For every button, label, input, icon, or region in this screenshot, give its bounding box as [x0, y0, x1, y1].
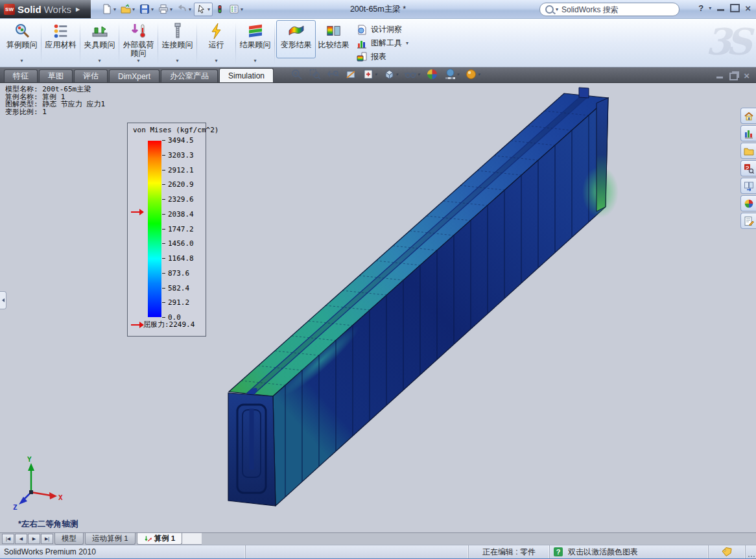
options-button[interactable]: ▾ — [227, 3, 245, 16]
ribbon-button-run[interactable]: 运行 ▾ — [198, 20, 234, 64]
search-icon — [545, 5, 554, 14]
panel-splitter-button[interactable] — [0, 291, 6, 309]
close-button[interactable]: × — [745, 5, 751, 12]
search-input[interactable] — [560, 5, 674, 15]
dropdown-arrow[interactable]: ▾ — [20, 58, 23, 64]
tab-solidworks-resources[interactable] — [740, 108, 756, 124]
dropdown-arrow[interactable]: ▾ — [137, 58, 139, 64]
display-style-button[interactable]: ▾ — [383, 68, 399, 80]
resize-grip[interactable] — [746, 545, 756, 558]
section-view-button[interactable] — [345, 68, 357, 80]
tab-appearances-scenes[interactable] — [740, 195, 756, 211]
ribbon-button-connections-advisor[interactable]: 连接顾问 ▾ — [159, 20, 195, 64]
search-dropdown-arrow[interactable]: ▾ — [556, 6, 558, 12]
tab-features[interactable]: 特征 — [4, 69, 38, 82]
ribbon-button-external-loads-advisor[interactable]: 外部载荷顾问 ▾ — [121, 20, 156, 64]
options-list-icon — [229, 4, 239, 14]
view-orientation-button[interactable]: ▾ — [363, 69, 377, 80]
tab-bar-spacer — [182, 533, 202, 545]
dropdown-arrow[interactable]: ▾ — [254, 58, 256, 64]
ribbon-button-report[interactable]: 报表 — [357, 51, 408, 62]
new-file-button[interactable]: ▾ — [100, 3, 118, 16]
minimize-button[interactable] — [716, 5, 725, 12]
ribbon-button-fixtures-advisor[interactable]: 夹具顾问 ▾ — [82, 20, 117, 64]
render-settings-button[interactable]: ▾ — [465, 68, 480, 80]
tab-model[interactable]: 模型 — [54, 533, 84, 545]
tab-office-products[interactable]: 办公室产品 — [161, 69, 218, 82]
help-dropdown-arrow[interactable]: ▾ — [709, 5, 711, 11]
stress-legend[interactable]: von Mises (kgf/cm^2) 3494.5 3203.3 2912.… — [127, 123, 206, 337]
sw-search-icon — [744, 163, 754, 174]
ribbon-button-compare-results[interactable]: 比较结果 — [316, 20, 351, 58]
beam-near-face[interactable] — [228, 393, 276, 506]
product-name-status: SolidWorks Premium 2010 — [0, 545, 246, 558]
graphics-area[interactable]: Y X Z 模型名称: 200t-65m主梁 算例名称: 算例 1 图解类型: … — [0, 82, 756, 532]
hide-show-items-button[interactable]: ▾ — [404, 68, 420, 80]
undo-button[interactable]: ▾ — [175, 3, 193, 16]
model-3d-beam[interactable]: Y X Z — [0, 83, 756, 532]
dropdown-arrow[interactable]: ▾ — [176, 58, 178, 64]
tab-design-library[interactable] — [740, 125, 756, 141]
open-file-button[interactable]: ▾ — [119, 3, 137, 16]
custom-properties-icon — [744, 216, 754, 226]
zoom-to-fit-button[interactable] — [290, 68, 303, 80]
ribbon-button-design-insight[interactable]: 设计洞察 — [357, 24, 408, 35]
first-tab-button[interactable]: |◀ — [2, 534, 14, 544]
ribbon-button-study-advisor[interactable]: 算例顾问 ▾ — [4, 20, 40, 64]
ribbon-separator — [274, 23, 275, 64]
orientation-triad: Y X Z — [13, 455, 63, 512]
legend-tick-label: 2912.1 — [168, 166, 194, 174]
new-file-icon — [102, 4, 112, 14]
last-tab-button[interactable]: ▶| — [41, 534, 53, 544]
doc-minimize-button[interactable] — [716, 73, 724, 79]
select-tool-button[interactable]: ▾ — [194, 3, 213, 16]
legend-tick-label: 582.4 — [168, 284, 189, 292]
tab-custom-properties[interactable] — [740, 213, 756, 229]
doc-close-button[interactable]: × — [744, 72, 750, 80]
collapse-arrow-icon — [2, 298, 5, 302]
dropdown-arrow[interactable]: ▾ — [98, 58, 100, 64]
help-button[interactable]: ? — [698, 3, 703, 13]
tab-study-1[interactable]: 算例 1 — [137, 533, 183, 545]
next-tab-button[interactable]: ▶ — [28, 534, 40, 544]
tags-button[interactable] — [709, 545, 746, 558]
study-icon — [144, 535, 152, 543]
tab-file-explorer[interactable] — [740, 143, 756, 159]
tab-evaluate[interactable]: 评估 — [74, 69, 108, 82]
ribbon-button-plot-tools[interactable]: 图解工具 ▾ — [357, 38, 408, 49]
tab-search[interactable] — [740, 160, 756, 176]
tab-view-palette[interactable] — [740, 178, 756, 194]
view-orientation-label: *左右二等角轴测 — [18, 519, 78, 530]
rebuild-button[interactable] — [213, 3, 226, 16]
apply-scene-button[interactable]: ▾ — [444, 68, 460, 80]
quick-tip-icon[interactable]: ? — [554, 547, 563, 556]
ribbon-button-apply-material[interactable]: 应用材料 — [43, 20, 78, 58]
search-box[interactable]: ▾ — [539, 3, 679, 16]
tab-dimxpert[interactable]: DimXpert — [109, 69, 159, 82]
save-button[interactable]: ▾ — [137, 3, 156, 16]
previous-view-button[interactable] — [327, 68, 339, 80]
menu-expand-arrow[interactable]: ▶ — [76, 6, 80, 12]
tab-motion-study-1[interactable]: 运动算例 1 — [85, 533, 136, 545]
legend-tick-label: 3494.5 — [168, 136, 194, 145]
zoom-area-icon — [309, 68, 321, 80]
doc-restore-button[interactable] — [729, 73, 738, 80]
ribbon-button-deformed-result[interactable]: 变形结果 — [276, 20, 316, 58]
legend-tick-label: 1747.2 — [168, 225, 194, 233]
dropdown-arrow[interactable]: ▾ — [406, 40, 408, 46]
select-cursor-icon — [196, 5, 206, 14]
app-logo[interactable]: SW SolidWorks ▶ — [0, 0, 91, 18]
maximize-button[interactable] — [730, 4, 740, 12]
tab-simulation[interactable]: Simulation — [219, 68, 274, 82]
edit-appearance-button[interactable] — [426, 68, 438, 80]
zoom-to-area-button[interactable] — [309, 68, 321, 80]
tab-sketch[interactable]: 草图 — [39, 69, 73, 82]
dropdown-arrow[interactable]: ▾ — [215, 58, 217, 64]
previous-tab-button[interactable]: ◀ — [15, 534, 27, 544]
beam-side-face[interactable] — [273, 98, 619, 506]
connections-bolt-icon — [169, 21, 187, 41]
ribbon-button-results-advisor[interactable]: 结果顾问 ▾ — [237, 20, 273, 64]
print-button[interactable]: ▾ — [156, 3, 174, 16]
ribbon-separator — [41, 23, 41, 64]
zoom-fit-icon — [290, 68, 303, 80]
